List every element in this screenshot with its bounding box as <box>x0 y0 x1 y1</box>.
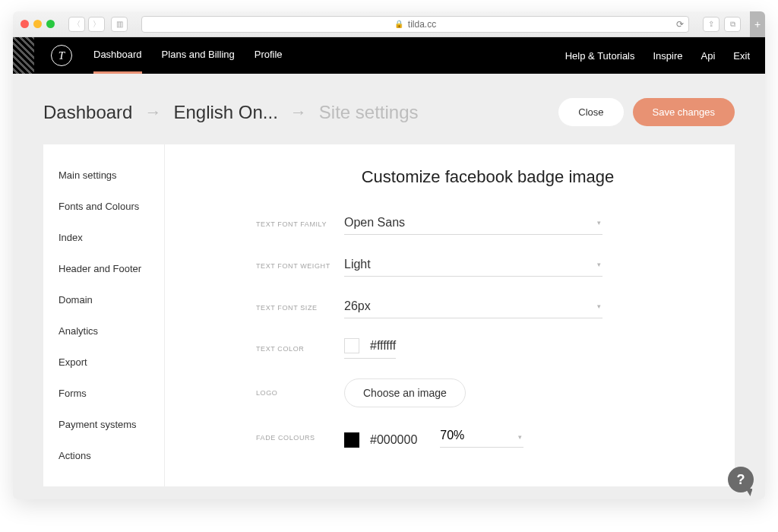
settings-sidebar: Main settings Fonts and Colours Index He… <box>43 144 165 486</box>
fade-inputs: #000000 70% ▾ <box>344 427 523 448</box>
label-text-color: TEXT COLOR <box>256 345 340 353</box>
address-bar[interactable]: 🔒 tilda.cc ⟳ <box>141 16 689 33</box>
minimize-window-icon[interactable] <box>33 20 42 28</box>
label-logo: LOGO <box>256 389 340 397</box>
breadcrumb-project[interactable]: English On... <box>173 102 277 123</box>
label-fade: FADE COLOURS <box>256 434 340 442</box>
new-tab-button[interactable]: + <box>750 11 765 37</box>
color-input-text[interactable]: #ffffff <box>344 338 396 359</box>
settings-content: Customize facebook badge image TEXT FONT… <box>165 144 735 486</box>
chevron-down-icon: ▾ <box>597 261 601 268</box>
primary-nav: Dashboard Plans and Billing Profile <box>93 37 283 74</box>
browser-right-tools: ⇪ ⧉ <box>703 17 741 32</box>
back-button[interactable]: 〈 <box>68 17 85 32</box>
sidebar-item-index[interactable]: Index <box>59 222 164 253</box>
select-font-weight[interactable]: Light ▾ <box>344 255 602 277</box>
breadcrumb: Dashboard → English On... → Site setting… <box>43 89 735 144</box>
sidebar-item-analytics[interactable]: Analytics <box>59 315 164 347</box>
nav-plans[interactable]: Plans and Billing <box>162 37 235 74</box>
field-logo: LOGO Choose an image <box>256 378 719 407</box>
nav-api[interactable]: Api <box>701 50 716 62</box>
sidebar-toggle-icon[interactable]: ▥ <box>111 17 128 32</box>
nav-inspire[interactable]: Inspire <box>653 50 683 62</box>
share-icon[interactable]: ⇪ <box>703 17 719 32</box>
sidebar-item-header-footer[interactable]: Header and Footer <box>59 253 164 284</box>
choose-image-button[interactable]: Choose an image <box>344 378 466 407</box>
sidebar-item-export[interactable]: Export <box>59 347 164 378</box>
browser-toolbar: 〈 〉 ▥ 🔒 tilda.cc ⟳ ⇪ ⧉ + <box>13 11 765 37</box>
field-font-family: TEXT FONT FAMILY Open Sans ▾ <box>256 213 719 235</box>
maximize-window-icon[interactable] <box>46 20 55 28</box>
content-title: Customize facebook badge image <box>256 167 719 187</box>
settings-panel: Main settings Fonts and Colours Index He… <box>43 144 735 486</box>
chevron-down-icon: ▾ <box>597 302 601 310</box>
tilda-logo[interactable]: T <box>51 45 72 66</box>
lock-icon: 🔒 <box>394 20 403 28</box>
color-swatch-icon <box>344 338 359 353</box>
color-input-fade[interactable]: #000000 <box>344 432 417 448</box>
refresh-icon[interactable]: ⟳ <box>676 19 684 30</box>
value-fade-opacity: 70% <box>440 429 464 442</box>
label-font-weight: TEXT FONT WEIGHT <box>256 262 340 270</box>
help-chat-button[interactable]: ? <box>728 467 754 492</box>
value-font-size: 26px <box>344 299 371 312</box>
browser-nav-buttons: 〈 〉 <box>68 17 105 32</box>
value-font-family: Open Sans <box>344 216 405 229</box>
value-fade-color: #000000 <box>370 433 417 447</box>
breadcrumb-current: Site settings <box>319 102 419 123</box>
chevron-right-icon: → <box>290 103 307 122</box>
field-font-weight: TEXT FONT WEIGHT Light ▾ <box>256 255 719 277</box>
sidebar-item-main[interactable]: Main settings <box>59 160 164 191</box>
select-font-family[interactable]: Open Sans ▾ <box>344 213 602 235</box>
sidebar-item-payment[interactable]: Payment systems <box>59 409 164 440</box>
url-text: tilda.cc <box>408 19 436 30</box>
secondary-nav: Help & Tutorials Inspire Api Exit <box>565 50 750 62</box>
close-window-icon[interactable] <box>21 20 29 28</box>
header-actions: Close Save changes <box>558 98 735 126</box>
field-font-size: TEXT FONT SIZE 26px ▾ <box>256 296 719 318</box>
decorative-pattern <box>13 37 34 74</box>
tabs-icon[interactable]: ⧉ <box>724 17 741 32</box>
chevron-right-icon: → <box>144 103 161 122</box>
sidebar-item-fonts[interactable]: Fonts and Colours <box>59 191 164 222</box>
value-text-color: #ffffff <box>370 339 396 353</box>
select-font-size[interactable]: 26px ▾ <box>344 296 602 318</box>
select-fade-opacity[interactable]: 70% ▾ <box>440 427 523 448</box>
app-header: T Dashboard Plans and Billing Profile He… <box>13 37 765 74</box>
window-controls <box>21 20 55 28</box>
field-fade-colours: FADE COLOURS #000000 70% ▾ <box>256 427 719 448</box>
nav-dashboard[interactable]: Dashboard <box>93 37 142 74</box>
field-text-color: TEXT COLOR #ffffff <box>256 338 719 359</box>
sidebar-item-domain[interactable]: Domain <box>59 284 164 315</box>
label-font-size: TEXT FONT SIZE <box>256 304 340 312</box>
close-button[interactable]: Close <box>558 98 623 126</box>
save-button[interactable]: Save changes <box>633 98 735 126</box>
sidebar-item-forms[interactable]: Forms <box>59 378 164 409</box>
value-font-weight: Light <box>344 258 371 271</box>
sidebar-item-actions[interactable]: Actions <box>59 440 164 471</box>
chevron-down-icon: ▾ <box>518 433 522 441</box>
color-swatch-icon <box>344 432 359 448</box>
forward-button[interactable]: 〉 <box>88 17 105 32</box>
chevron-down-icon: ▾ <box>597 219 601 226</box>
page-body: Dashboard → English On... → Site setting… <box>13 74 765 499</box>
nav-profile[interactable]: Profile <box>255 37 283 74</box>
nav-help[interactable]: Help & Tutorials <box>565 50 635 62</box>
label-font-family: TEXT FONT FAMILY <box>256 220 340 228</box>
nav-exit[interactable]: Exit <box>733 50 750 62</box>
browser-window: 〈 〉 ▥ 🔒 tilda.cc ⟳ ⇪ ⧉ + T Dashboard Pla… <box>13 11 765 499</box>
help-icon: ? <box>737 472 745 488</box>
breadcrumb-root[interactable]: Dashboard <box>43 102 132 123</box>
